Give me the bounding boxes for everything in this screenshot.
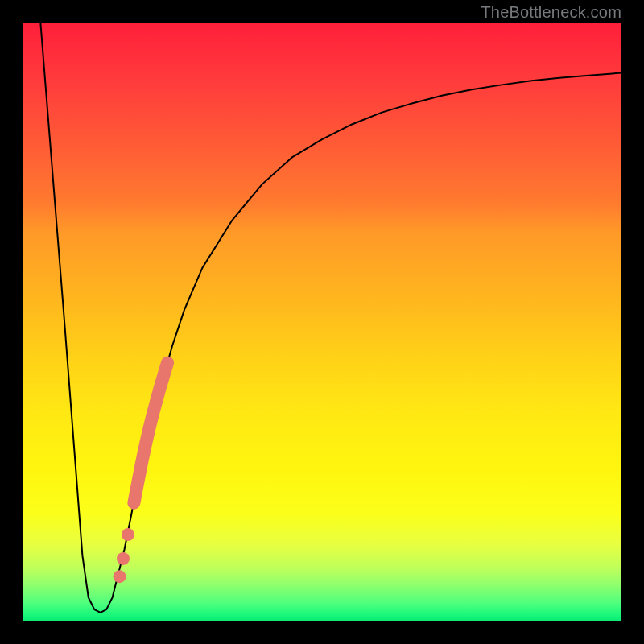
scatter-band [134, 363, 167, 503]
curve-path [40, 23, 621, 613]
plot-area [23, 23, 621, 621]
scatter-dot [122, 528, 134, 541]
scatter-dot [114, 570, 126, 583]
chart-frame: TheBottleneck.com [0, 0, 644, 644]
bottleneck-curve [40, 23, 621, 613]
chart-svg [23, 23, 621, 621]
scatter-dot [117, 552, 130, 565]
highlighted-points [114, 363, 168, 584]
watermark-label: TheBottleneck.com [481, 3, 621, 22]
